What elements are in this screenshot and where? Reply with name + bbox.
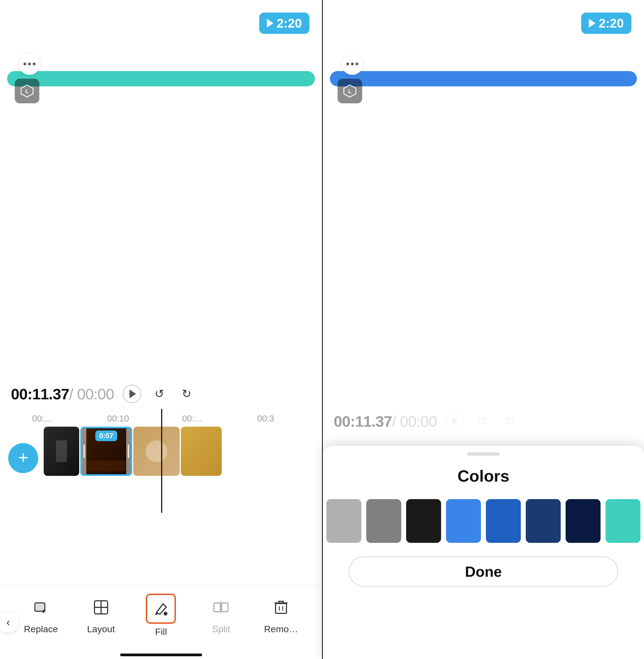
timer-text-left: 2:20 xyxy=(277,16,302,30)
clip-2-selected[interactable]: 0:07 xyxy=(80,427,132,476)
tool-fill[interactable]: Fill xyxy=(139,594,183,637)
swatch-dark-blue[interactable] xyxy=(526,499,561,543)
colors-title: Colors xyxy=(458,466,509,485)
badge-l-right: L xyxy=(338,79,362,103)
time-controls-right-dimmed: 00:11.37/ 00:00 ↺ ↺ xyxy=(323,408,644,435)
ruler-label-3: 00:... xyxy=(182,414,215,424)
swatch-light-gray[interactable] xyxy=(326,499,361,543)
swatch-gray[interactable] xyxy=(366,499,401,543)
back-button[interactable]: ‹ xyxy=(0,611,19,633)
left-panel: 2:20 L xyxy=(0,0,322,659)
swatch-medium-blue[interactable] xyxy=(486,499,521,543)
video-card-left: L xyxy=(7,71,315,86)
clip-1[interactable] xyxy=(44,427,79,476)
more-button-left[interactable] xyxy=(19,53,41,75)
ruler-label-1: 00:... xyxy=(32,414,65,424)
tool-replace[interactable]: Replace xyxy=(19,594,63,634)
play-button-right-dimmed xyxy=(445,412,464,431)
swatch-blue[interactable] xyxy=(446,499,481,543)
timeline-area-left: 00:11.37/ 00:00 ↺ ↺ 00:... 00:10 00:... … xyxy=(0,380,322,572)
badge-l-left: L xyxy=(15,79,39,103)
svg-rect-8 xyxy=(214,603,221,612)
add-clip-button[interactable]: + xyxy=(8,443,38,473)
clip-4[interactable] xyxy=(181,427,222,476)
timer-text-right: 2:20 xyxy=(599,16,624,30)
play-icon-left xyxy=(267,19,273,28)
done-button[interactable]: Done xyxy=(349,556,618,587)
clip-time-badge: 0:07 xyxy=(95,431,117,441)
clip-3[interactable] xyxy=(133,427,180,476)
undo-button-left[interactable]: ↺ xyxy=(150,385,168,403)
time-display-right: 00:11.37/ 00:00 xyxy=(334,413,437,430)
swatch-navy[interactable] xyxy=(566,499,601,543)
play-button-left[interactable] xyxy=(123,385,141,403)
tool-layout[interactable]: Layout xyxy=(79,594,123,634)
tool-split-label: Split xyxy=(212,624,230,634)
tool-fill-label: Fill xyxy=(155,627,167,637)
svg-rect-9 xyxy=(222,603,228,612)
video-card-right: L xyxy=(330,71,637,86)
svg-text:L: L xyxy=(25,88,29,94)
svg-rect-11 xyxy=(276,603,286,613)
play-icon-right xyxy=(589,19,595,28)
sheet-handle[interactable] xyxy=(467,452,500,456)
svg-point-7 xyxy=(164,612,167,616)
undo-button-right-dimmed: ↺ xyxy=(473,412,491,431)
tool-replace-label: Replace xyxy=(24,624,58,634)
swatch-teal[interactable] xyxy=(605,499,641,543)
svg-text:L: L xyxy=(348,88,351,94)
tool-remove[interactable]: Remo… xyxy=(259,594,303,634)
color-swatches-container xyxy=(334,499,633,543)
redo-button-left[interactable]: ↺ xyxy=(177,385,196,403)
colors-bottom-sheet: Colors Done xyxy=(323,446,644,659)
more-button-right[interactable] xyxy=(341,53,363,75)
playhead-left xyxy=(161,409,162,513)
redo-button-right-dimmed: ↺ xyxy=(500,412,519,431)
ruler-label-4: 00:3 xyxy=(257,414,290,424)
timer-badge-left[interactable]: 2:20 xyxy=(259,13,309,34)
swatch-black[interactable] xyxy=(406,499,441,543)
right-panel: 2:20 L xyxy=(322,0,644,659)
time-controls-left: 00:11.37/ 00:00 ↺ ↺ xyxy=(0,380,322,408)
bottom-toolbar-left: ‹ Replace xyxy=(0,585,322,648)
tool-layout-label: Layout xyxy=(87,624,115,634)
tool-remove-label: Remo… xyxy=(264,624,298,634)
tool-split[interactable]: Split xyxy=(199,594,243,634)
tracks-scroll-left[interactable]: 0:07 xyxy=(44,427,322,489)
home-indicator-left xyxy=(120,654,202,656)
time-display-left: 00:11.37/ 00:00 xyxy=(11,385,114,403)
ruler-label-2: 00:10 xyxy=(107,414,140,424)
svg-rect-3 xyxy=(36,604,44,610)
timer-badge-right[interactable]: 2:20 xyxy=(581,13,631,34)
